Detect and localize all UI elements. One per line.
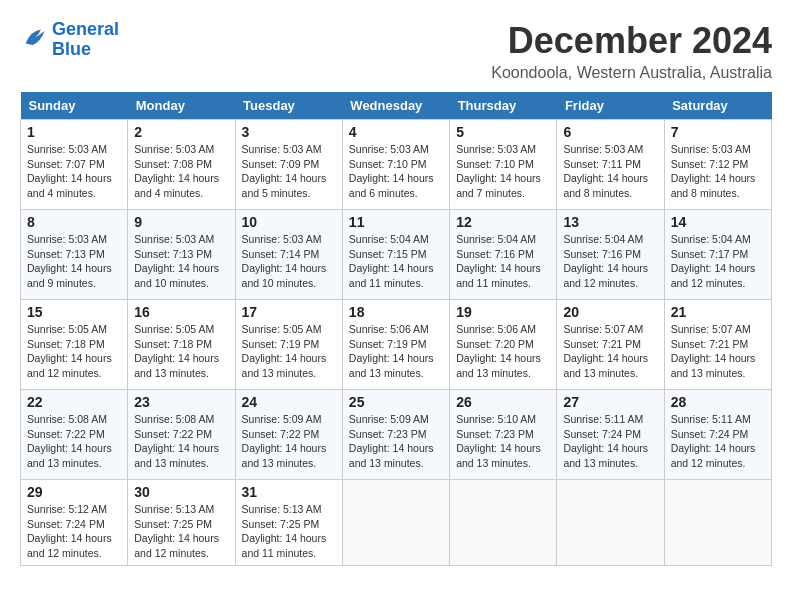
day-number: 2 [134,124,228,140]
day-number: 6 [563,124,657,140]
calendar-cell: 17Sunrise: 5:05 AMSunset: 7:19 PMDayligh… [235,300,342,390]
day-number: 28 [671,394,765,410]
day-info: Sunrise: 5:04 AMSunset: 7:16 PMDaylight:… [563,232,657,291]
day-number: 13 [563,214,657,230]
calendar-cell: 18Sunrise: 5:06 AMSunset: 7:19 PMDayligh… [342,300,449,390]
day-number: 7 [671,124,765,140]
logo-icon [20,24,48,52]
calendar-cell [557,480,664,566]
day-info: Sunrise: 5:13 AMSunset: 7:25 PMDaylight:… [134,502,228,561]
calendar-cell: 11Sunrise: 5:04 AMSunset: 7:15 PMDayligh… [342,210,449,300]
col-header-saturday: Saturday [664,92,771,120]
calendar-cell: 31Sunrise: 5:13 AMSunset: 7:25 PMDayligh… [235,480,342,566]
calendar-cell: 16Sunrise: 5:05 AMSunset: 7:18 PMDayligh… [128,300,235,390]
calendar-cell: 9Sunrise: 5:03 AMSunset: 7:13 PMDaylight… [128,210,235,300]
day-number: 4 [349,124,443,140]
week-row-1: 1Sunrise: 5:03 AMSunset: 7:07 PMDaylight… [21,120,772,210]
calendar-cell: 7Sunrise: 5:03 AMSunset: 7:12 PMDaylight… [664,120,771,210]
calendar-cell: 20Sunrise: 5:07 AMSunset: 7:21 PMDayligh… [557,300,664,390]
day-number: 24 [242,394,336,410]
calendar-table: SundayMondayTuesdayWednesdayThursdayFrid… [20,92,772,566]
col-header-monday: Monday [128,92,235,120]
day-info: Sunrise: 5:03 AMSunset: 7:14 PMDaylight:… [242,232,336,291]
week-row-3: 15Sunrise: 5:05 AMSunset: 7:18 PMDayligh… [21,300,772,390]
title-area: December 2024 Koondoola, Western Austral… [491,20,772,82]
calendar-cell: 12Sunrise: 5:04 AMSunset: 7:16 PMDayligh… [450,210,557,300]
day-number: 19 [456,304,550,320]
calendar-cell: 23Sunrise: 5:08 AMSunset: 7:22 PMDayligh… [128,390,235,480]
day-info: Sunrise: 5:05 AMSunset: 7:18 PMDaylight:… [134,322,228,381]
logo: General Blue [20,20,119,60]
day-number: 11 [349,214,443,230]
calendar-cell: 29Sunrise: 5:12 AMSunset: 7:24 PMDayligh… [21,480,128,566]
day-info: Sunrise: 5:03 AMSunset: 7:10 PMDaylight:… [349,142,443,201]
calendar-cell [342,480,449,566]
day-number: 22 [27,394,121,410]
calendar-cell: 22Sunrise: 5:08 AMSunset: 7:22 PMDayligh… [21,390,128,480]
week-row-4: 22Sunrise: 5:08 AMSunset: 7:22 PMDayligh… [21,390,772,480]
day-number: 9 [134,214,228,230]
logo-text: General Blue [52,20,119,60]
calendar-cell: 14Sunrise: 5:04 AMSunset: 7:17 PMDayligh… [664,210,771,300]
day-info: Sunrise: 5:10 AMSunset: 7:23 PMDaylight:… [456,412,550,471]
calendar-cell: 3Sunrise: 5:03 AMSunset: 7:09 PMDaylight… [235,120,342,210]
header-row: SundayMondayTuesdayWednesdayThursdayFrid… [21,92,772,120]
calendar-cell: 15Sunrise: 5:05 AMSunset: 7:18 PMDayligh… [21,300,128,390]
day-info: Sunrise: 5:08 AMSunset: 7:22 PMDaylight:… [134,412,228,471]
day-info: Sunrise: 5:07 AMSunset: 7:21 PMDaylight:… [671,322,765,381]
day-number: 25 [349,394,443,410]
day-info: Sunrise: 5:06 AMSunset: 7:19 PMDaylight:… [349,322,443,381]
day-number: 14 [671,214,765,230]
day-number: 27 [563,394,657,410]
calendar-cell: 25Sunrise: 5:09 AMSunset: 7:23 PMDayligh… [342,390,449,480]
calendar-cell: 8Sunrise: 5:03 AMSunset: 7:13 PMDaylight… [21,210,128,300]
day-number: 23 [134,394,228,410]
day-number: 31 [242,484,336,500]
day-info: Sunrise: 5:11 AMSunset: 7:24 PMDaylight:… [671,412,765,471]
day-info: Sunrise: 5:12 AMSunset: 7:24 PMDaylight:… [27,502,121,561]
location-title: Koondoola, Western Australia, Australia [491,64,772,82]
calendar-cell: 21Sunrise: 5:07 AMSunset: 7:21 PMDayligh… [664,300,771,390]
calendar-cell: 4Sunrise: 5:03 AMSunset: 7:10 PMDaylight… [342,120,449,210]
day-number: 17 [242,304,336,320]
day-info: Sunrise: 5:09 AMSunset: 7:22 PMDaylight:… [242,412,336,471]
week-row-5: 29Sunrise: 5:12 AMSunset: 7:24 PMDayligh… [21,480,772,566]
calendar-cell: 1Sunrise: 5:03 AMSunset: 7:07 PMDaylight… [21,120,128,210]
week-row-2: 8Sunrise: 5:03 AMSunset: 7:13 PMDaylight… [21,210,772,300]
calendar-cell: 26Sunrise: 5:10 AMSunset: 7:23 PMDayligh… [450,390,557,480]
day-number: 29 [27,484,121,500]
day-number: 30 [134,484,228,500]
day-info: Sunrise: 5:03 AMSunset: 7:13 PMDaylight:… [27,232,121,291]
col-header-wednesday: Wednesday [342,92,449,120]
day-number: 1 [27,124,121,140]
day-info: Sunrise: 5:09 AMSunset: 7:23 PMDaylight:… [349,412,443,471]
calendar-cell: 2Sunrise: 5:03 AMSunset: 7:08 PMDaylight… [128,120,235,210]
day-info: Sunrise: 5:13 AMSunset: 7:25 PMDaylight:… [242,502,336,561]
month-title: December 2024 [491,20,772,62]
day-info: Sunrise: 5:04 AMSunset: 7:16 PMDaylight:… [456,232,550,291]
day-info: Sunrise: 5:03 AMSunset: 7:07 PMDaylight:… [27,142,121,201]
day-number: 12 [456,214,550,230]
day-info: Sunrise: 5:03 AMSunset: 7:10 PMDaylight:… [456,142,550,201]
day-number: 21 [671,304,765,320]
day-number: 20 [563,304,657,320]
day-info: Sunrise: 5:05 AMSunset: 7:19 PMDaylight:… [242,322,336,381]
calendar-cell: 5Sunrise: 5:03 AMSunset: 7:10 PMDaylight… [450,120,557,210]
calendar-cell: 6Sunrise: 5:03 AMSunset: 7:11 PMDaylight… [557,120,664,210]
day-info: Sunrise: 5:05 AMSunset: 7:18 PMDaylight:… [27,322,121,381]
calendar-cell: 13Sunrise: 5:04 AMSunset: 7:16 PMDayligh… [557,210,664,300]
col-header-friday: Friday [557,92,664,120]
day-info: Sunrise: 5:03 AMSunset: 7:09 PMDaylight:… [242,142,336,201]
col-header-tuesday: Tuesday [235,92,342,120]
calendar-cell: 27Sunrise: 5:11 AMSunset: 7:24 PMDayligh… [557,390,664,480]
day-info: Sunrise: 5:08 AMSunset: 7:22 PMDaylight:… [27,412,121,471]
day-info: Sunrise: 5:11 AMSunset: 7:24 PMDaylight:… [563,412,657,471]
calendar-cell [450,480,557,566]
day-info: Sunrise: 5:04 AMSunset: 7:17 PMDaylight:… [671,232,765,291]
day-info: Sunrise: 5:03 AMSunset: 7:12 PMDaylight:… [671,142,765,201]
calendar-cell: 28Sunrise: 5:11 AMSunset: 7:24 PMDayligh… [664,390,771,480]
header: General Blue December 2024 Koondoola, We… [20,20,772,82]
day-info: Sunrise: 5:03 AMSunset: 7:08 PMDaylight:… [134,142,228,201]
calendar-cell: 30Sunrise: 5:13 AMSunset: 7:25 PMDayligh… [128,480,235,566]
day-number: 10 [242,214,336,230]
